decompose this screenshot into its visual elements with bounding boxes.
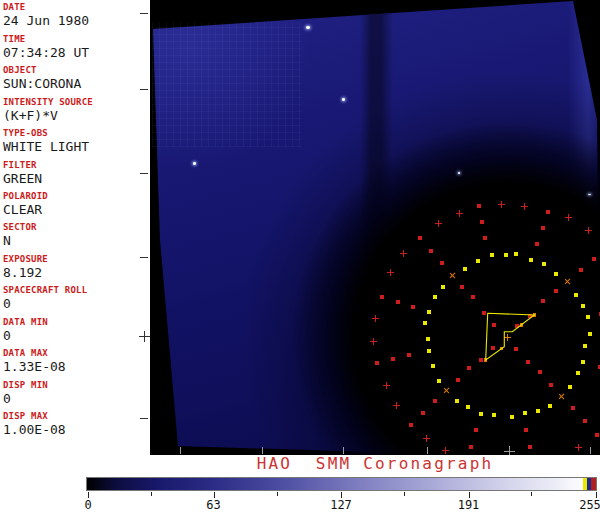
left-axis-tick bbox=[140, 257, 148, 258]
star bbox=[193, 162, 196, 165]
metadata-field-label: DATA MIN bbox=[3, 318, 149, 327]
metadata-field-label: FILTER bbox=[3, 161, 149, 170]
bottom-axis-tick bbox=[343, 447, 344, 454]
colorbar bbox=[86, 477, 597, 491]
metadata-field: DISP MAX1.00E-08 bbox=[3, 412, 149, 436]
colorbar-tick-label: 191 bbox=[458, 499, 480, 511]
bottom-axis-ticks bbox=[150, 0, 600, 455]
metadata-field: TYPE-OBSWHITE LIGHT bbox=[3, 129, 149, 153]
coronagraph-image bbox=[150, 0, 600, 455]
metadata-field-value: 1.00E-08 bbox=[3, 423, 149, 436]
colorbar-tick-label: 127 bbox=[330, 499, 352, 511]
metadata-field-value: N bbox=[3, 234, 149, 247]
metadata-field-value: 0 bbox=[3, 392, 149, 405]
metadata-field-label: TIME bbox=[3, 35, 149, 44]
bottom-axis-tick bbox=[427, 447, 428, 454]
colorbar-minor-tick bbox=[277, 492, 278, 496]
metadata-field-label: SPACECRAFT ROLL bbox=[3, 286, 149, 295]
metadata-field: SECTORN bbox=[3, 223, 149, 247]
colorbar-tick-label: 255 bbox=[579, 499, 600, 511]
colorbar-minor-tick bbox=[151, 492, 152, 496]
metadata-field: POLAROIDCLEAR bbox=[3, 192, 149, 216]
metadata-field-value: WHITE LIGHT bbox=[3, 140, 149, 153]
metadata-field-value: 1.33E-08 bbox=[3, 360, 149, 373]
bottom-axis-tick bbox=[590, 447, 591, 454]
coronagraph-viewer: DATE24 Jun 1980TIME07:34:28 UTOBJECTSUN:… bbox=[0, 0, 600, 512]
left-axis-tick bbox=[140, 89, 148, 90]
colorbar-tick-label: 63 bbox=[206, 499, 220, 511]
metadata-field-value: 8.192 bbox=[3, 266, 149, 279]
star bbox=[342, 98, 345, 101]
colorbar-labels: 063127191255 bbox=[86, 499, 597, 512]
metadata-field-value: SUN:CORONA bbox=[3, 77, 149, 90]
metadata-panel: DATE24 Jun 1980TIME07:34:28 UTOBJECTSUN:… bbox=[0, 0, 150, 455]
metadata-field: TIME07:34:28 UT bbox=[3, 35, 149, 59]
metadata-field-value: 24 Jun 1980 bbox=[3, 14, 149, 27]
metadata-field-value: (K+F)*V bbox=[3, 109, 149, 122]
bottom-axis-tick bbox=[180, 447, 181, 454]
left-axis-tick bbox=[140, 418, 148, 419]
star bbox=[306, 26, 310, 29]
metadata-field: DATE24 Jun 1980 bbox=[3, 3, 149, 27]
metadata-field: SPACECRAFT ROLL0 bbox=[3, 286, 149, 310]
metadata-field-label: DATE bbox=[3, 3, 149, 12]
metadata-field-value: 07:34:28 UT bbox=[3, 46, 149, 59]
metadata-field: INTENSITY SOURCE(K+F)*V bbox=[3, 98, 149, 122]
colorbar-minor-tick bbox=[404, 492, 405, 496]
metadata-field-value: 0 bbox=[3, 297, 149, 310]
metadata-field-label: EXPOSURE bbox=[3, 255, 149, 264]
metadata-field-label: DISP MAX bbox=[3, 412, 149, 421]
metadata-field: DATA MIN0 bbox=[3, 318, 149, 342]
left-axis-tick bbox=[140, 13, 148, 14]
metadata-field-label: SECTOR bbox=[3, 223, 149, 232]
metadata-field: EXPOSURE8.192 bbox=[3, 255, 149, 279]
metadata-field-value: GREEN bbox=[3, 172, 149, 185]
metadata-field-label: TYPE-OBS bbox=[3, 129, 149, 138]
bottom-axis-tick bbox=[262, 447, 263, 454]
colorbar-minor-tick bbox=[531, 492, 532, 496]
metadata-field-label: OBJECT bbox=[3, 66, 149, 75]
metadata-field-label: INTENSITY SOURCE bbox=[3, 98, 149, 107]
metadata-field: FILTERGREEN bbox=[3, 161, 149, 185]
left-axis-cross bbox=[144, 331, 145, 342]
metadata-field: DISP MIN0 bbox=[3, 381, 149, 405]
colorbar-end-stripe bbox=[591, 478, 596, 490]
colorbar-tick-label: 0 bbox=[84, 499, 91, 511]
star bbox=[458, 172, 460, 174]
metadata-field-label: DATA MAX bbox=[3, 349, 149, 358]
colorbar-gradient bbox=[87, 478, 583, 490]
metadata-field-label: POLAROID bbox=[3, 192, 149, 201]
image-title: HAO SMM Coronagraph bbox=[150, 456, 600, 472]
metadata-field: DATA MAX1.33E-08 bbox=[3, 349, 149, 373]
left-axis-tick bbox=[140, 173, 148, 174]
metadata-field-value: CLEAR bbox=[3, 203, 149, 216]
metadata-field-label: DISP MIN bbox=[3, 381, 149, 390]
metadata-field: OBJECTSUN:CORONA bbox=[3, 66, 149, 90]
bottom-axis-cross bbox=[509, 446, 510, 455]
metadata-field-value: 0 bbox=[3, 329, 149, 342]
